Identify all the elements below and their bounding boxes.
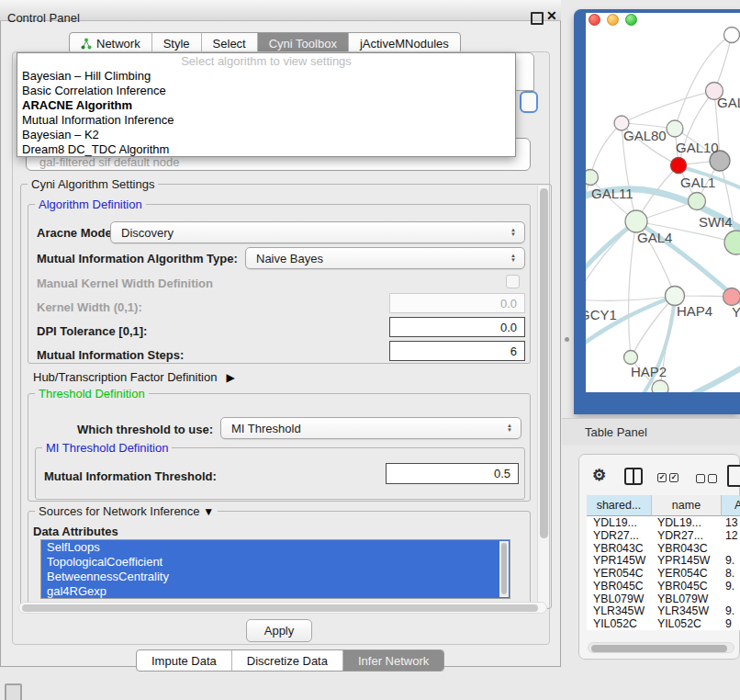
tab-select[interactable]: Select: [202, 33, 258, 53]
table-row[interactable]: YDL19...YDL19...13: [587, 516, 740, 529]
dropdown-item[interactable]: Mutual Information Inference: [17, 113, 515, 128]
tab-infer-network[interactable]: Infer Network: [343, 650, 443, 671]
manual-kernel-checkbox[interactable]: [506, 275, 520, 288]
split-columns-icon[interactable]: [624, 468, 643, 485]
tab-impute-data[interactable]: Impute Data: [137, 650, 232, 671]
cell: YBR045C: [587, 580, 652, 593]
node[interactable]: [724, 231, 740, 254]
tab-cyni-toolbox[interactable]: Cyni Toolbox: [258, 33, 349, 53]
scrollbar-thumb[interactable]: [540, 188, 548, 538]
node-gal11[interactable]: [586, 170, 599, 186]
node-swi4[interactable]: [689, 193, 706, 210]
dropdown-item-selected[interactable]: ARACNE Algorithm: [17, 98, 515, 113]
node[interactable]: [724, 28, 740, 43]
window-zoom-icon[interactable]: [625, 14, 637, 26]
minimized-panel-icon[interactable]: [5, 683, 22, 700]
hub-definition-toggle[interactable]: Hub/Transcription Factor Definition ▶: [33, 370, 235, 384]
mi-threshold-input[interactable]: 0.5: [386, 463, 519, 484]
kernel-width-input[interactable]: 0.0: [389, 293, 525, 313]
network-graph[interactable]: GAL GAL80 GAL10 GAL1 GAL11 SWI4 GAL4 GCY…: [586, 26, 740, 392]
gear-icon[interactable]: ⚙: [592, 466, 606, 485]
control-panel-titlebar: [0, 0, 561, 21]
list-item[interactable]: SelfLoops: [41, 540, 510, 555]
aracne-mode-combo[interactable]: Discovery ▲▼: [110, 221, 525, 243]
tab-label: Select: [213, 37, 246, 51]
float-window-icon[interactable]: [531, 12, 544, 25]
sources-legend[interactable]: Sources for Network Inference ▼: [35, 504, 218, 518]
mi-algorithm-type-combo[interactable]: Naive Bayes ▲▼: [245, 247, 525, 269]
node[interactable]: [723, 288, 740, 306]
dropdown-item[interactable]: Bayesian – K2: [17, 128, 515, 142]
window-minimize-icon[interactable]: [607, 14, 619, 26]
data-attributes-label: Data Attributes: [33, 525, 118, 538]
dpi-tolerance-input[interactable]: 0.0: [389, 317, 525, 337]
document-icon[interactable]: [727, 465, 740, 487]
table-row[interactable]: YLR345WYLR345W9.: [587, 605, 740, 618]
list-item[interactable]: gal4RGexp: [41, 584, 510, 599]
input-value: 0.0: [500, 321, 517, 334]
cell: 8.: [722, 567, 740, 580]
cell: YDL19...: [652, 516, 722, 529]
node-label: HAP2: [631, 364, 667, 379]
table-row[interactable]: YBL079WYBL079W: [587, 593, 740, 605]
cell: 13: [722, 516, 740, 529]
table-row[interactable]: YER054CYER054C8.: [587, 567, 740, 580]
apply-button[interactable]: Apply: [246, 619, 312, 642]
settings-horizontal-scrollbar[interactable]: [18, 602, 547, 614]
deselect-all-icon[interactable]: [696, 474, 717, 483]
node-table[interactable]: YDL19...YDL19...13 YDR27...YDR27...12 YB…: [587, 516, 740, 630]
select-all-icon[interactable]: ✓ ✓: [657, 473, 678, 482]
unchecked-box-icon: [696, 474, 705, 483]
node-gal1[interactable]: [671, 158, 687, 174]
table-row[interactable]: YBR043CYBR043C: [587, 542, 740, 555]
node-label: HAP4: [677, 303, 712, 319]
tab-style[interactable]: Style: [152, 33, 202, 53]
which-threshold-combo[interactable]: MI Threshold ▲▼: [220, 417, 521, 439]
nodes[interactable]: [586, 28, 740, 393]
cell: YDL19...: [587, 516, 652, 529]
column-header-shared-name[interactable]: shared...: [587, 495, 652, 516]
table-row[interactable]: YIL052CYIL052C9: [587, 617, 740, 630]
settings-vertical-scrollbar[interactable]: [537, 186, 549, 606]
mi-steps-input[interactable]: 6: [389, 341, 525, 361]
column-header-clipped[interactable]: A: [722, 495, 740, 516]
table-panel-title: Table Panel: [585, 425, 647, 439]
tab-discretize-data[interactable]: Discretize Data: [232, 650, 343, 671]
input-value: 0.5: [494, 467, 510, 480]
column-header-name[interactable]: name: [652, 495, 722, 516]
mi-threshold-label: Mutual Information Threshold:: [44, 469, 217, 483]
checked-box-icon: ✓: [657, 473, 667, 482]
node-hap2[interactable]: [624, 351, 638, 365]
scrollbar-thumb[interactable]: [22, 604, 538, 612]
window-close-icon[interactable]: [589, 14, 600, 26]
tab-network[interactable]: Network: [70, 33, 152, 53]
scrollbar-thumb[interactable]: [501, 543, 507, 594]
split-pane-handle[interactable]: [565, 337, 569, 342]
list-vertical-scrollbar[interactable]: [499, 541, 509, 597]
dropdown-item[interactable]: Basic Correlation Inference: [17, 84, 515, 98]
input-value: 0.0: [500, 297, 517, 310]
list-item[interactable]: TopologicalCoefficient: [41, 555, 510, 570]
node-label: SWI4: [699, 214, 733, 230]
close-icon[interactable]: ✕: [546, 8, 557, 23]
kernel-width-label: Kernel Width (0,1):: [37, 300, 142, 314]
dpi-tolerance-label: DPI Tolerance [0,1]:: [37, 324, 147, 338]
table-row[interactable]: YPR145WYPR145W9.: [587, 554, 740, 567]
aracne-mode-label: Aracne Mode:: [37, 226, 116, 240]
cell: YDR27...: [587, 529, 652, 542]
table-row[interactable]: YBR045CYBR045C9.: [587, 580, 740, 593]
scrollbar-thumb[interactable]: [591, 645, 727, 652]
manual-kernel-label: Manual Kernel Width Definition: [37, 277, 213, 290]
dropdown-item[interactable]: Dream8 DC_TDC Algorithm: [17, 142, 515, 157]
table-row[interactable]: YDR27...YDR27...12: [587, 529, 740, 542]
list-item[interactable]: BetweennessCentrality: [41, 570, 510, 584]
tab-jactivemnodules[interactable]: jActiveMNodules: [349, 33, 460, 53]
tab-label: Style: [163, 37, 190, 51]
dropdown-item[interactable]: Bayesian – Hill Climbing: [17, 69, 515, 84]
table-horizontal-scrollbar[interactable]: [588, 642, 734, 653]
node[interactable]: [652, 380, 668, 392]
node-gal10[interactable]: [667, 120, 683, 137]
node-label: GAL80: [623, 128, 667, 143]
data-attributes-list[interactable]: SelfLoops TopologicalCoefficient Between…: [40, 539, 510, 599]
combo-value: Discovery: [121, 226, 174, 240]
